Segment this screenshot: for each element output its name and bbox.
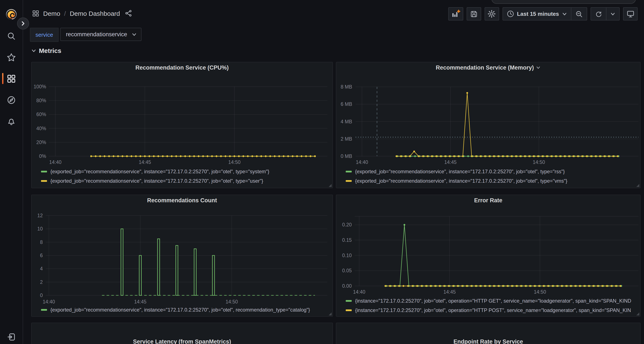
legend-swatch bbox=[346, 171, 352, 172]
svg-text:8 MB: 8 MB bbox=[340, 84, 352, 90]
sidebar-item-sign-in[interactable] bbox=[0, 328, 23, 344]
sidebar-expand-button[interactable] bbox=[17, 17, 29, 29]
breadcrumb-section[interactable]: Demo bbox=[43, 9, 60, 17]
legend-label: {instance="172.17.0.2:25270", job="otel"… bbox=[355, 298, 631, 304]
grafana-logo-icon bbox=[6, 8, 17, 20]
svg-text:0%: 0% bbox=[39, 154, 46, 159]
panel-resize-handle[interactable] bbox=[328, 184, 332, 187]
legend-item[interactable]: {instance="172.17.0.2:25270", job="otel"… bbox=[346, 306, 639, 315]
legend-swatch bbox=[41, 171, 47, 172]
row-metrics[interactable]: Metrics bbox=[31, 47, 61, 54]
save-icon bbox=[470, 10, 478, 18]
dashboards-icon bbox=[7, 74, 16, 83]
dashboard-variables: service recommendationservice bbox=[30, 28, 141, 42]
svg-text:12: 12 bbox=[37, 213, 43, 218]
chevron-down-icon bbox=[562, 11, 567, 16]
panel-cpu: Recommendation Service (CPU%) 0%20%40%60… bbox=[31, 62, 333, 188]
chevron-down-icon bbox=[610, 11, 615, 16]
legend-label: {exported_job="recommendationservice", i… bbox=[355, 178, 567, 184]
sidebar-item-dashboards[interactable] bbox=[0, 70, 23, 87]
svg-text:2: 2 bbox=[40, 279, 43, 285]
svg-text:14:45: 14:45 bbox=[443, 289, 456, 295]
tv-mode-button[interactable] bbox=[623, 7, 638, 20]
legend-item[interactable]: {exported_job="recommendationservice", i… bbox=[41, 176, 332, 186]
legend-label: {exported_job="recommendationservice", i… bbox=[50, 178, 263, 184]
chevron-down-icon bbox=[132, 32, 136, 37]
svg-text:14:45: 14:45 bbox=[444, 160, 456, 165]
legend: {exported_job="recommendationservice", i… bbox=[41, 167, 332, 186]
panel-memory: Recommendation Service (Memory) 0 MB2 MB… bbox=[336, 62, 640, 188]
share-icon[interactable] bbox=[125, 9, 132, 17]
panel-resize-handle[interactable] bbox=[636, 312, 639, 315]
row-title: Metrics bbox=[39, 47, 61, 54]
svg-text:14:40: 14:40 bbox=[43, 299, 55, 305]
refresh-button[interactable] bbox=[591, 8, 606, 20]
svg-text:20%: 20% bbox=[36, 140, 46, 145]
svg-text:60%: 60% bbox=[36, 112, 46, 117]
legend-label: {instance="172.17.0.2:25270", job="otel"… bbox=[355, 307, 631, 313]
sidebar-item-explore[interactable] bbox=[0, 91, 23, 108]
svg-text:40%: 40% bbox=[36, 126, 46, 131]
svg-text:14:45: 14:45 bbox=[134, 299, 146, 305]
dashboard-settings-button[interactable] bbox=[484, 7, 499, 20]
sidebar bbox=[0, 0, 23, 344]
panel-title[interactable]: Service Latency (from SpanMetrics) bbox=[32, 339, 332, 344]
svg-text:14:40: 14:40 bbox=[353, 289, 365, 295]
svg-text:100%: 100% bbox=[34, 84, 46, 89]
grafana-app: Demo / Demo Dashboard bbox=[0, 0, 644, 344]
legend-label: {exported_job="recommendationservice", i… bbox=[50, 169, 270, 174]
monitor-icon bbox=[626, 10, 634, 18]
svg-text:6 MB: 6 MB bbox=[340, 101, 352, 107]
svg-text:14:50: 14:50 bbox=[226, 299, 238, 305]
refresh-interval-button[interactable] bbox=[606, 8, 619, 20]
svg-text:0.05: 0.05 bbox=[342, 268, 352, 273]
variable-value: recommendationservice bbox=[66, 31, 127, 37]
browser-overlay bbox=[492, 0, 636, 4]
gear-icon bbox=[488, 10, 496, 18]
legend-swatch bbox=[346, 180, 352, 182]
save-dashboard-button[interactable] bbox=[466, 7, 481, 20]
panel-title[interactable]: Endpoint Rate by Service bbox=[336, 339, 640, 344]
time-range-button[interactable]: Last 15 minutes bbox=[503, 8, 571, 20]
dashboard-toolbar: Last 15 minutes bbox=[448, 7, 638, 20]
svg-text:2 MB: 2 MB bbox=[340, 136, 352, 142]
legend-item[interactable]: {exported_job="recommendationservice", i… bbox=[41, 167, 332, 176]
legend-swatch bbox=[346, 310, 352, 311]
legend-item[interactable]: {exported_job="recommendationservice", i… bbox=[41, 305, 332, 315]
star-icon bbox=[7, 53, 16, 62]
recommendations-count-chart: 02468101214:4014:4514:50 bbox=[32, 195, 333, 317]
legend-item[interactable]: {instance="172.17.0.2:25270", job="otel"… bbox=[346, 296, 639, 306]
sidebar-item-starred[interactable] bbox=[0, 49, 23, 66]
panel-endpoint-rate: Endpoint Rate by Service bbox=[336, 323, 640, 344]
zoom-out-icon bbox=[575, 10, 583, 18]
breadcrumb-title[interactable]: Demo Dashboard bbox=[70, 9, 120, 17]
svg-text:10: 10 bbox=[37, 226, 43, 232]
variable-dropdown[interactable]: recommendationservice bbox=[60, 28, 141, 41]
legend-item[interactable]: {exported_job="recommendationservice", i… bbox=[346, 176, 639, 186]
apps-grid-icon bbox=[32, 9, 39, 17]
svg-text:0.00: 0.00 bbox=[342, 283, 352, 289]
legend: {instance="172.17.0.2:25270", job="otel"… bbox=[346, 296, 639, 315]
sidebar-item-alerting[interactable] bbox=[0, 113, 23, 130]
svg-text:14:45: 14:45 bbox=[139, 160, 151, 165]
svg-text:14:40: 14:40 bbox=[49, 160, 62, 165]
svg-text:80%: 80% bbox=[36, 98, 46, 103]
legend-swatch bbox=[41, 309, 47, 311]
zoom-out-button[interactable] bbox=[571, 8, 587, 20]
panel-resize-handle[interactable] bbox=[636, 184, 639, 187]
clock-icon bbox=[506, 10, 514, 17]
panel-resize-handle[interactable] bbox=[328, 312, 332, 315]
legend-label: {exported_job="recommendationservice", i… bbox=[50, 307, 310, 313]
bell-icon bbox=[7, 117, 16, 126]
add-panel-button[interactable] bbox=[448, 7, 463, 20]
sign-in-icon bbox=[7, 332, 16, 341]
svg-text:4 MB: 4 MB bbox=[340, 119, 352, 124]
chevron-down-icon bbox=[31, 48, 36, 53]
svg-text:6: 6 bbox=[40, 253, 43, 258]
panel-error-rate: Error Rate 0.000.050.100.150.2014:4014:4… bbox=[336, 195, 640, 317]
svg-text:8: 8 bbox=[40, 239, 43, 245]
sidebar-item-search[interactable] bbox=[0, 27, 23, 44]
legend: {exported_job="recommendationservice", i… bbox=[41, 305, 332, 315]
legend-item[interactable]: {exported_job="recommendationservice", i… bbox=[346, 167, 639, 176]
variable-label[interactable]: service bbox=[30, 28, 58, 42]
